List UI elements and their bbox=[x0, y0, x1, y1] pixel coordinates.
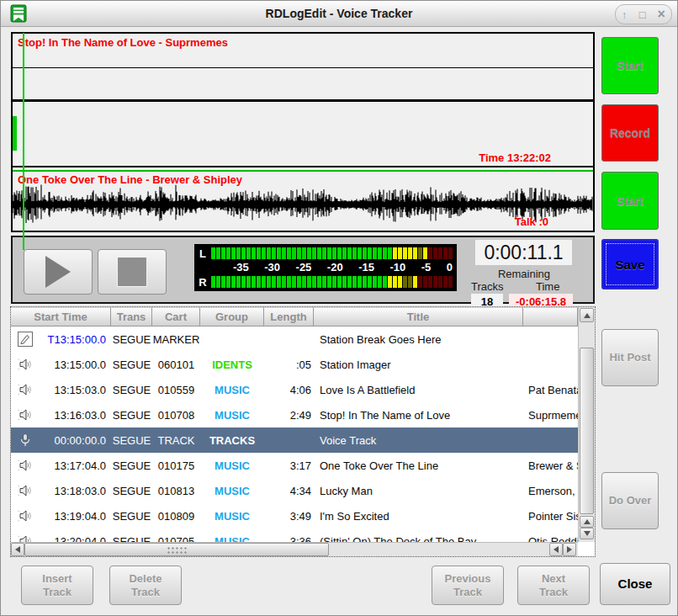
vu-segment bbox=[317, 247, 321, 259]
row-cart: 010809 bbox=[152, 510, 200, 523]
remaining-label: Remaining bbox=[465, 268, 583, 280]
play-icon bbox=[45, 256, 71, 288]
log-row[interactable]: 13:15:00.0 SEGUE 060101 IDENTS :05 Stati… bbox=[11, 352, 578, 377]
vertical-scrollbar[interactable] bbox=[578, 307, 595, 542]
delete-track-button[interactable]: Delete Track bbox=[109, 566, 182, 605]
vu-segment bbox=[231, 276, 236, 288]
row-start-time: 13:17:04.0 bbox=[35, 459, 111, 472]
row-start-time: 13:16:03.0 bbox=[35, 409, 111, 422]
log-row[interactable]: 13:15:03.0 SEGUE 010559 MUSIC 4:06 Love … bbox=[11, 377, 578, 402]
vu-segment bbox=[262, 276, 266, 288]
vu-segment bbox=[433, 247, 437, 259]
scroll-down-button[interactable] bbox=[580, 528, 594, 539]
previous-track-button[interactable]: Previous Track bbox=[432, 566, 504, 605]
row-trans: SEGUE bbox=[111, 535, 152, 543]
horizontal-scrollbar[interactable] bbox=[11, 542, 578, 556]
vu-scale-tick: 0 bbox=[447, 261, 453, 274]
next-track-button[interactable]: Next Track bbox=[517, 566, 590, 605]
vu-segment bbox=[358, 247, 362, 259]
record-button[interactable]: Record bbox=[601, 104, 659, 162]
vertical-scroll-thumb[interactable] bbox=[580, 348, 594, 514]
row-cart: TRACK bbox=[152, 434, 200, 447]
row-start-time: 13:19:04.0 bbox=[35, 510, 111, 523]
row-length: 3:36 bbox=[264, 535, 314, 543]
row-cart: 010813 bbox=[152, 485, 200, 497]
scroll-left-button[interactable] bbox=[11, 543, 24, 556]
horizontal-scroll-thumb[interactable] bbox=[24, 543, 329, 556]
row-length: 3:49 bbox=[264, 510, 314, 523]
column-header[interactable]: Length bbox=[264, 307, 314, 327]
vu-segment bbox=[418, 247, 422, 259]
vu-segment bbox=[393, 247, 397, 259]
log-row[interactable]: 13:18:03.0 SEGUE 010813 MUSIC 4:34 Lucky… bbox=[11, 478, 578, 503]
vu-segment bbox=[342, 247, 347, 259]
vu-segment bbox=[221, 276, 225, 288]
scroll-up-button[interactable] bbox=[580, 308, 594, 322]
deck-current-panel[interactable]: Time 13:22:02 bbox=[13, 102, 593, 167]
row-title: One Toke Over The Line bbox=[314, 459, 523, 472]
vu-segment bbox=[332, 247, 336, 259]
vu-segment bbox=[428, 247, 432, 259]
do-over-button[interactable]: Do Over bbox=[601, 472, 659, 529]
scroll-right-button[interactable] bbox=[563, 543, 576, 556]
insert-track-button[interactable]: Insert Track bbox=[21, 566, 93, 605]
column-header[interactable]: Start Time bbox=[11, 307, 111, 327]
close-window-icon[interactable]: × bbox=[658, 8, 665, 21]
log-row[interactable]: T13:15:00.0 SEGUE MARKER Station Break G… bbox=[11, 327, 578, 352]
log-row[interactable]: 13:17:04.0 SEGUE 010175 MUSIC 3:17 One T… bbox=[11, 453, 578, 478]
vu-segment bbox=[252, 276, 256, 288]
start-button-top[interactable]: Start bbox=[601, 37, 659, 94]
vu-segment bbox=[272, 247, 276, 259]
arrow-right-icon bbox=[567, 546, 572, 553]
row-title: Station Break Goes Here bbox=[314, 333, 523, 346]
start-button-bottom[interactable]: Start bbox=[601, 172, 659, 230]
row-group: MUSIC bbox=[200, 384, 264, 396]
vu-segment bbox=[337, 247, 342, 259]
maximize-window-icon[interactable]: □ bbox=[639, 9, 646, 20]
play-button[interactable] bbox=[24, 249, 93, 295]
deck-track2-panel[interactable]: One Toke Over The Line - Brewer & Shiple… bbox=[13, 172, 593, 231]
column-header[interactable]: Title bbox=[314, 307, 523, 327]
vu-segment bbox=[267, 276, 271, 288]
column-header[interactable]: Cart bbox=[152, 307, 200, 327]
scroll-trough[interactable] bbox=[329, 543, 549, 556]
column-header[interactable] bbox=[523, 307, 578, 327]
log-row[interactable]: 00:00:00.0 SEGUE TRACK TRACKS Voice Trac… bbox=[11, 427, 578, 453]
deck-track1-panel[interactable]: Stop! In The Name of Love - Suprmemes bbox=[13, 34, 593, 68]
scroll-left-button-2[interactable] bbox=[549, 543, 563, 556]
log-row[interactable]: 13:16:03.0 SEGUE 010708 MUSIC 2:49 Stop!… bbox=[11, 402, 578, 427]
remaining-time-label: Time bbox=[536, 280, 559, 293]
row-start-time: 13:15:03.0 bbox=[35, 384, 111, 396]
vu-scale-tick: -10 bbox=[389, 261, 405, 274]
deck-empty-panel[interactable] bbox=[13, 68, 593, 102]
vu-scale-tick: -35 bbox=[233, 261, 249, 274]
stop-button[interactable] bbox=[98, 249, 167, 295]
vu-segment bbox=[433, 276, 437, 288]
column-header[interactable]: Trans bbox=[111, 307, 152, 327]
row-group: MUSIC bbox=[200, 409, 264, 422]
vu-segment bbox=[388, 276, 392, 288]
save-button[interactable]: Save bbox=[601, 239, 659, 289]
log-row[interactable]: 13:20:04.0 SEGUE 010705 MUSIC 3:36 (Sitt… bbox=[11, 528, 578, 542]
row-trans: SEGUE bbox=[111, 485, 152, 497]
row-start-time: T13:15:00.0 bbox=[35, 333, 111, 346]
vu-segment bbox=[347, 276, 352, 288]
close-button[interactable]: Close bbox=[600, 563, 670, 605]
vu-segment bbox=[267, 247, 271, 259]
vu-segment bbox=[252, 247, 256, 259]
row-length: :05 bbox=[264, 358, 314, 371]
vu-segment bbox=[383, 247, 387, 259]
hit-post-button[interactable]: Hit Post bbox=[601, 329, 659, 386]
row-trans: SEGUE bbox=[111, 510, 152, 523]
row-group: MUSIC bbox=[200, 459, 264, 472]
titlebar[interactable]: RDLogEdit - Voice Tracker ↑ □ × bbox=[1, 1, 677, 27]
log-row[interactable]: 13:19:04.0 SEGUE 010809 MUSIC 3:49 I'm S… bbox=[11, 503, 578, 528]
row-group: MUSIC bbox=[200, 535, 264, 543]
vu-segment bbox=[292, 276, 296, 288]
vu-segment bbox=[246, 247, 251, 259]
scroll-up-button-2[interactable] bbox=[580, 516, 594, 528]
vu-segment bbox=[373, 247, 377, 259]
column-header[interactable]: Group bbox=[200, 307, 264, 327]
row-length: 2:49 bbox=[264, 409, 314, 422]
shade-window-icon[interactable]: ↑ bbox=[622, 9, 628, 20]
